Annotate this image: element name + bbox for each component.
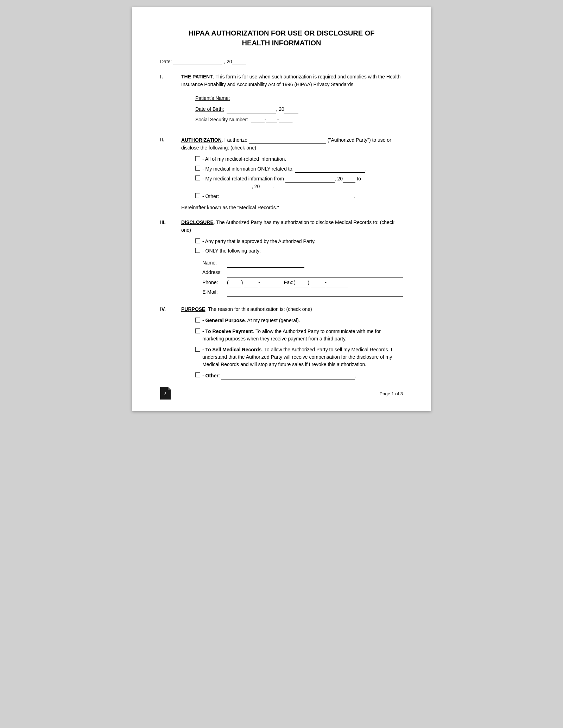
patient-name-label: Patient's Name: xyxy=(195,95,230,101)
document-icon: é xyxy=(160,387,171,400)
to-date-field[interactable] xyxy=(202,183,252,190)
purpose-2-text: - To Receive Payment. To allow the Autho… xyxy=(202,328,403,343)
phone-number[interactable] xyxy=(260,277,281,287)
checkbox-IV-2[interactable] xyxy=(195,328,200,333)
phone-format: ( ) - xyxy=(227,277,281,287)
section-I-heading: THE PATIENT xyxy=(181,74,213,79)
checkbox-III-2[interactable] xyxy=(195,248,200,253)
dob-field[interactable] xyxy=(227,104,276,114)
section-I-number: I. xyxy=(160,73,181,129)
option-II-3-text: - My medical-related information from , … xyxy=(202,175,361,190)
section-III-options: - Any party that is approved by the Auth… xyxy=(195,238,403,255)
name-row: Name: xyxy=(202,258,403,268)
purpose-other-field[interactable] xyxy=(221,372,355,379)
to-year-field[interactable] xyxy=(260,183,272,190)
ssn-field[interactable]: _____-____-_____ xyxy=(251,117,292,122)
date-field[interactable] xyxy=(173,58,222,64)
from-year-field[interactable] xyxy=(343,175,355,183)
authorized-party-field[interactable] xyxy=(249,136,326,144)
year-field[interactable] xyxy=(232,58,246,64)
dob-row: Date of Birth: , 20 xyxy=(195,104,403,114)
checkbox-II-3[interactable] xyxy=(195,175,200,180)
purpose-option-1: - General Purpose. At my request (genera… xyxy=(195,317,403,324)
hereinafter-text: Hereinafter known as the "Medical Record… xyxy=(181,204,403,211)
address-label: Address: xyxy=(202,268,227,277)
checkbox-II-2[interactable] xyxy=(195,166,200,171)
fax-area[interactable] xyxy=(295,277,308,287)
section-I-content: THE PATIENT. This form is for use when s… xyxy=(181,73,403,129)
date-year-prefix: , 20 xyxy=(224,59,232,64)
section-III-number: III. xyxy=(160,218,181,298)
option-II-1: - All of my medical-related information. xyxy=(195,155,403,163)
section-IV-number: IV. xyxy=(160,305,181,383)
option-II-1-text: - All of my medical-related information. xyxy=(202,155,286,163)
checkbox-II-1[interactable] xyxy=(195,156,200,161)
checkbox-IV-4[interactable] xyxy=(195,372,200,377)
option-III-1: - Any party that is approved by the Auth… xyxy=(195,238,403,245)
option-II-3: - My medical-related information from , … xyxy=(195,175,403,190)
date-line: Date: , 20 xyxy=(160,58,403,64)
section-I: I. THE PATIENT. This form is for use whe… xyxy=(160,73,403,129)
section-II-number: II. xyxy=(160,136,181,211)
svg-text:é: é xyxy=(164,391,166,396)
name-field[interactable] xyxy=(227,258,304,268)
checkbox-II-4[interactable] xyxy=(195,193,200,198)
fax-number[interactable] xyxy=(327,277,348,287)
patient-fields: Patient's Name: Date of Birth: , 20 Soci… xyxy=(195,93,403,124)
section-II-heading: AUTHORIZATION xyxy=(181,137,222,143)
doc-icon-container: é xyxy=(160,387,171,401)
section-IV-content: PURPOSE. The reason for this authorizati… xyxy=(181,305,403,383)
option-III-2-text: - ONLY the following party: xyxy=(202,247,261,255)
purpose-option-3: - To Sell Medical Records. To allow the … xyxy=(195,346,403,368)
option-II-4-text: - Other: . xyxy=(202,192,355,200)
name-label: Name: xyxy=(202,258,227,268)
section-IV: IV. PURPOSE. The reason for this authori… xyxy=(160,305,403,383)
checkbox-IV-3[interactable] xyxy=(195,347,200,352)
phone-fax-row: Phone: ( ) - Fax: ( ) - xyxy=(202,277,403,287)
purpose-option-4: - Other: . xyxy=(195,372,403,379)
from-date-field[interactable] xyxy=(285,175,335,183)
section-III-intro: DISCLOSURE. The Authorized Party has my … xyxy=(181,218,403,234)
phone-prefix[interactable] xyxy=(244,277,258,287)
fax-prefix[interactable] xyxy=(311,277,325,287)
section-II-content: AUTHORIZATION. I authorize ("Authorized … xyxy=(181,136,403,211)
date-label: Date: xyxy=(160,59,172,64)
phone-area[interactable] xyxy=(229,277,241,287)
section-IV-heading: PURPOSE xyxy=(181,306,205,312)
section-II: II. AUTHORIZATION. I authorize ("Authori… xyxy=(160,136,403,211)
dob-year-prefix: , 20 xyxy=(276,106,284,112)
page-number: Page 1 of 3 xyxy=(380,391,403,396)
section-III-body: . The Authorized Party has my authorizat… xyxy=(181,219,394,233)
page-footer: é Page 1 of 3 xyxy=(132,387,431,401)
option-III-1-text: - Any party that is approved by the Auth… xyxy=(202,238,316,245)
other-II-field[interactable] xyxy=(220,192,354,200)
email-field[interactable] xyxy=(227,287,403,297)
purpose-1-text: - General Purpose. At my request (genera… xyxy=(202,317,300,324)
phone-label: Phone: xyxy=(202,278,227,287)
section-IV-intro: PURPOSE. The reason for this authorizati… xyxy=(181,305,403,313)
checkbox-III-1[interactable] xyxy=(195,238,200,243)
subfields-III: Name: Address: Phone: ( ) - Fax: xyxy=(202,258,403,297)
section-II-options: - All of my medical-related information.… xyxy=(195,155,403,200)
section-III-content: DISCLOSURE. The Authorized Party has my … xyxy=(181,218,403,298)
checkbox-IV-1[interactable] xyxy=(195,318,200,323)
address-row: Address: xyxy=(202,268,403,277)
patient-name-field[interactable] xyxy=(231,93,302,103)
dob-year-field[interactable] xyxy=(284,104,298,114)
dob-label: Date of Birth: xyxy=(195,106,224,112)
section-II-intro: AUTHORIZATION. I authorize ("Authorized … xyxy=(181,136,403,152)
document-title: HIPAA AUTHORIZATION FOR USE OR DISCLOSUR… xyxy=(160,28,403,48)
option-II-2: - My medical information ONLY related to… xyxy=(195,165,403,173)
section-I-body: . This form is for use when such authori… xyxy=(181,74,400,87)
section-II-body-before: . I authorize xyxy=(222,137,249,143)
section-III: III. DISCLOSURE. The Authorized Party ha… xyxy=(160,218,403,298)
fax-label: Fax: xyxy=(284,278,293,287)
only-related-field[interactable] xyxy=(295,165,365,173)
purpose-4-text: - Other: . xyxy=(202,372,356,379)
address-field[interactable] xyxy=(227,268,403,277)
email-row: E-Mail: xyxy=(202,287,403,297)
patient-name-row: Patient's Name: xyxy=(195,93,403,103)
option-II-4: - Other: . xyxy=(195,192,403,200)
purpose-option-2: - To Receive Payment. To allow the Autho… xyxy=(195,328,403,343)
ssn-row: Social Security Number: _____-____-_____ xyxy=(195,115,403,124)
